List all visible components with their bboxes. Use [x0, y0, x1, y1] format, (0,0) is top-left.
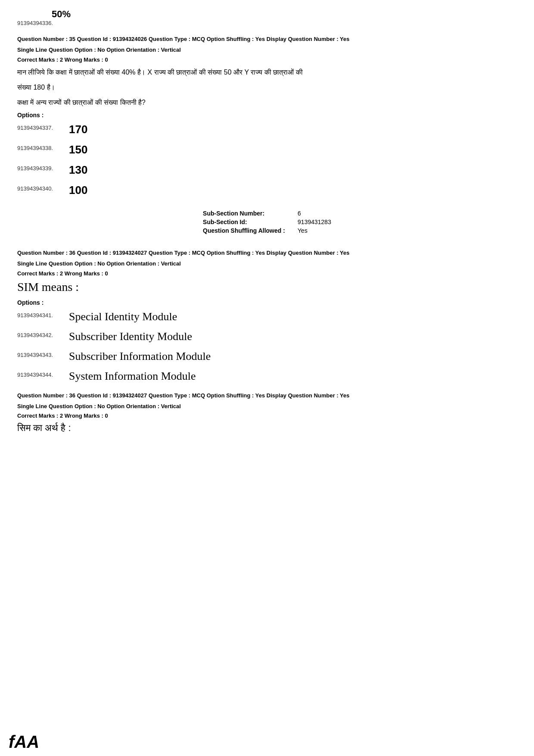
- option-item: 91394394342. Subscriber Identity Module: [17, 330, 517, 343]
- option-id: 91394394337.: [17, 125, 69, 131]
- question-35-marks: Correct Marks : 2 Wrong Marks : 0: [17, 56, 517, 63]
- option-item: 91394394343. Subscriber Information Modu…: [17, 350, 517, 363]
- option-value: 100: [69, 184, 87, 197]
- question-36-en-meta1: Question Number : 36 Question Id : 91394…: [17, 249, 517, 258]
- question-35-text1: मान लीजिये कि कक्षा में छात्राओं की संख्…: [17, 66, 517, 78]
- option-item: 91394394339. 130: [17, 163, 517, 177]
- option-value: 130: [69, 163, 87, 177]
- option-value: Subscriber Identity Module: [69, 330, 192, 343]
- question-36-en-meta2: Single Line Question Option : No Option …: [17, 259, 517, 269]
- option-item: 91394394341. Special Identity Module: [17, 310, 517, 323]
- subsection-number-row: Sub-Section Number: 6: [203, 210, 331, 217]
- question-35-text3: कक्षा में अन्य राज्यों की छात्राओं की सं…: [17, 97, 517, 108]
- question-35-block: Question Number : 35 Question Id : 91394…: [17, 35, 517, 197]
- option-item: 91394394340. 100: [17, 184, 517, 197]
- option-id: 91394394339.: [17, 165, 69, 172]
- question-35-options-label: Options :: [17, 112, 517, 119]
- question-36-en-options: 91394394341. Special Identity Module 913…: [17, 310, 517, 383]
- top-section: 50% 91394394336.: [17, 9, 517, 26]
- question-36-hi-block: Question Number : 36 Question Id : 91394…: [17, 391, 517, 434]
- option-value: Special Identity Module: [69, 310, 177, 323]
- question-36-en-options-label: Options :: [17, 299, 517, 306]
- percent-block: 50% 91394394336.: [17, 9, 71, 26]
- question-36-hi-meta2: Single Line Question Option : No Option …: [17, 402, 517, 411]
- question-36-hi-marks: Correct Marks : 2 Wrong Marks : 0: [17, 412, 517, 419]
- question-36-hi-text: सिम का अर्थ है :: [17, 422, 517, 434]
- subsection-shuffling-value: Yes: [298, 227, 307, 234]
- subsection-id-value: 9139431283: [298, 219, 331, 225]
- question-35-text2: संख्या 180 है।: [17, 81, 517, 93]
- option-value: Subscriber Information Module: [69, 350, 211, 363]
- subsection-id-label: Sub-Section Id:: [203, 219, 298, 225]
- question-36-en-marks: Correct Marks : 2 Wrong Marks : 0: [17, 270, 517, 277]
- subsection-id-row: Sub-Section Id: 9139431283: [203, 219, 331, 225]
- question-35-options: 91394394337. 170 91394394338. 150 913943…: [17, 123, 517, 197]
- option-id: 91394394338.: [17, 145, 69, 151]
- option-id: 91394394344.: [17, 372, 69, 378]
- option-value: 170: [69, 123, 87, 136]
- option-id: 91394394340.: [17, 185, 69, 192]
- question-35-meta1: Question Number : 35 Question Id : 91394…: [17, 35, 517, 44]
- option-value: 150: [69, 143, 87, 156]
- option-item: 91394394338. 150: [17, 143, 517, 156]
- subsection-number-label: Sub-Section Number:: [203, 210, 298, 217]
- question-36-hi-meta1: Question Number : 36 Question Id : 91394…: [17, 391, 517, 400]
- option-item: 91394394337. 170: [17, 123, 517, 136]
- bottom-bar-text: fAA: [9, 732, 39, 751]
- bottom-bar: fAA: [0, 728, 48, 756]
- option-id: 91394394341.: [17, 312, 69, 319]
- subsection-table: Sub-Section Number: 6 Sub-Section Id: 91…: [203, 210, 331, 236]
- percent-text: 50%: [52, 9, 71, 20]
- top-question-id: 91394394336.: [17, 20, 53, 26]
- option-id: 91394394342.: [17, 332, 69, 338]
- question-36-en-block: Question Number : 36 Question Id : 91394…: [17, 249, 517, 383]
- subsection-shuffling-row: Question Shuffling Allowed : Yes: [203, 227, 331, 234]
- option-value: System Information Module: [69, 370, 196, 383]
- subsection-number-value: 6: [298, 210, 301, 217]
- question-36-en-text: SIM means :: [17, 280, 517, 294]
- question-35-meta2: Single Line Question Option : No Option …: [17, 46, 517, 55]
- subsection-shuffling-label: Question Shuffling Allowed :: [203, 227, 298, 234]
- option-item: 91394394344. System Information Module: [17, 370, 517, 383]
- option-id: 91394394343.: [17, 352, 69, 358]
